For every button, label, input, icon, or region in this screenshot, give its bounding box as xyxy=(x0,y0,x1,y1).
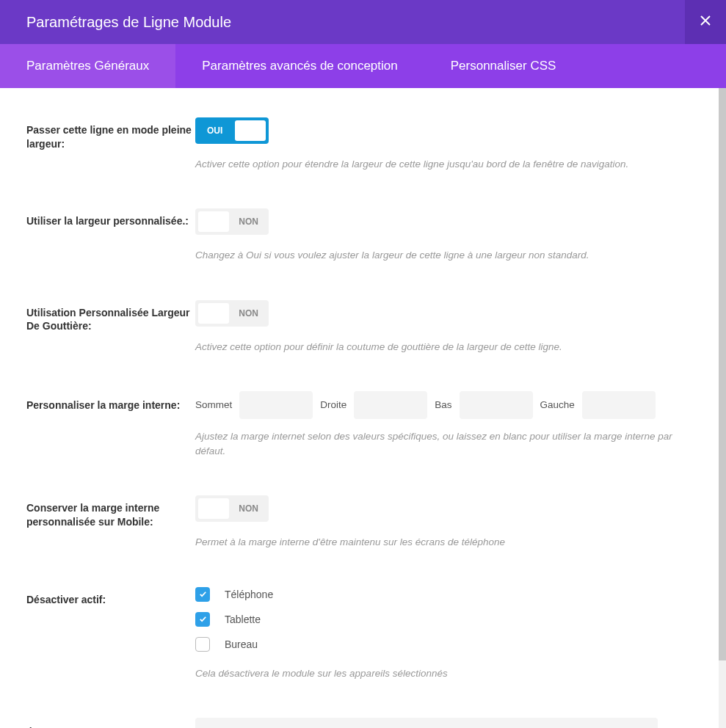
content-area: Passer cette ligne en mode pleine largeu… xyxy=(0,88,726,728)
field-gutter: Utilisation Personnalisée Largeur De Gou… xyxy=(26,300,700,354)
toggle-label-off: NON xyxy=(239,503,258,514)
checkbox-phone[interactable] xyxy=(195,587,210,602)
field-label: Passer cette ligne en mode pleine largeu… xyxy=(26,123,195,151)
padding-left-input[interactable] xyxy=(582,391,656,419)
toggle-label-off: NON xyxy=(239,308,258,318)
padding-top-label: Sommet xyxy=(195,399,232,410)
padding-bottom-group: Bas xyxy=(435,391,532,419)
field-control: Téléphone Tablette Bureau Cela désactive… xyxy=(195,587,700,681)
admin-label-input[interactable] xyxy=(195,718,658,728)
field-label-wrap: Conserver la marge interne personnalisée… xyxy=(26,495,195,550)
toggle-keep-mobile[interactable]: NON xyxy=(195,495,269,522)
checkbox-label: Téléphone xyxy=(225,589,273,600)
field-control: NON Changez à Oui si vous voulez ajuster… xyxy=(195,208,700,263)
field-control xyxy=(195,718,700,728)
scrollbar-thumb[interactable] xyxy=(719,88,726,660)
tab-label: Personnaliser CSS xyxy=(451,59,556,73)
padding-top-group: Sommet xyxy=(195,391,313,419)
check-icon xyxy=(199,588,207,601)
toggle-custom-width[interactable]: NON xyxy=(195,208,269,235)
padding-left-label: Gauche xyxy=(540,399,575,410)
field-control: NON Activez cette option pour définir la… xyxy=(195,300,700,354)
field-desc: Permet à la marge interne d'être mainten… xyxy=(195,535,700,550)
tab-label: Paramètres avancés de conception xyxy=(202,59,398,73)
field-label-wrap: Désactiver actif: xyxy=(26,587,195,681)
field-keep-mobile: Conserver la marge interne personnalisée… xyxy=(26,495,700,550)
field-disable: Désactiver actif: Téléphone Tablette Bur… xyxy=(26,587,700,681)
checkbox-label: Bureau xyxy=(225,638,258,650)
field-control: Sommet Droite Bas Gauche Ajustez la marg… xyxy=(195,391,700,459)
disable-option-tablet-row: Tablette xyxy=(195,612,700,627)
toggle-knob xyxy=(235,120,266,141)
padding-bottom-input[interactable] xyxy=(460,391,533,419)
checkbox-tablet[interactable] xyxy=(195,612,210,627)
field-control: NON Permet à la marge interne d'être mai… xyxy=(195,495,700,550)
field-desc: Activez cette option pour définir la cou… xyxy=(195,340,700,354)
field-desc: Activer cette option pour étendre la lar… xyxy=(195,157,700,172)
field-label-wrap: Passer cette ligne en mode pleine largeu… xyxy=(26,117,195,172)
tab-general[interactable]: Paramètres Généraux xyxy=(0,44,175,88)
field-desc: Cela désactivera le module sur les appar… xyxy=(195,666,700,681)
field-label: Conserver la marge interne personnalisée… xyxy=(26,501,195,529)
field-label: Personnaliser la marge interne: xyxy=(26,398,195,412)
modal-header: Paramétrages de Ligne Module xyxy=(0,0,726,44)
padding-left-group: Gauche xyxy=(540,391,656,419)
toggle-label-off: NON xyxy=(239,216,258,227)
field-label: Utilisation Personnalisée Largeur De Gou… xyxy=(26,306,195,334)
field-label: Désactiver actif: xyxy=(26,593,195,607)
field-fullwidth: Passer cette ligne en mode pleine largeu… xyxy=(26,117,700,172)
toggle-knob xyxy=(198,303,229,324)
field-label-wrap: Utilisation Personnalisée Largeur De Gou… xyxy=(26,300,195,354)
disable-option-desktop-row: Bureau xyxy=(195,637,700,652)
tab-css[interactable]: Personnaliser CSS xyxy=(424,44,583,88)
check-icon xyxy=(199,613,207,626)
tab-label: Paramètres Généraux xyxy=(26,59,149,73)
field-control: OUI Activer cette option pour étendre la… xyxy=(195,117,700,172)
padding-right-input[interactable] xyxy=(354,391,427,419)
toggle-label-on: OUI xyxy=(207,125,222,136)
disable-option-phone-row: Téléphone xyxy=(195,587,700,602)
toggle-knob xyxy=(198,498,229,519)
field-desc: Changez à Oui si vous voulez ajuster la … xyxy=(195,248,700,263)
modal-title: Paramétrages de Ligne Module xyxy=(26,14,231,31)
padding-top-input[interactable] xyxy=(239,391,313,419)
checkbox-label: Tablette xyxy=(225,614,261,625)
padding-right-label: Droite xyxy=(320,399,346,410)
field-custom-width: Utiliser la largeur personnalisée.: NON … xyxy=(26,208,700,263)
toggle-gutter[interactable]: NON xyxy=(195,300,269,327)
close-icon xyxy=(700,15,711,29)
padding-bottom-label: Bas xyxy=(435,399,451,410)
field-label: Utiliser la largeur personnalisée.: xyxy=(26,214,195,228)
checkbox-desktop[interactable] xyxy=(195,637,210,652)
padding-inputs: Sommet Droite Bas Gauche xyxy=(195,391,700,419)
field-padding: Personnaliser la marge interne: Sommet D… xyxy=(26,391,700,459)
padding-right-group: Droite xyxy=(320,391,427,419)
field-label-wrap: Étiquette Admin: xyxy=(26,718,195,728)
field-label-wrap: Personnaliser la marge interne: xyxy=(26,391,195,459)
field-desc: Ajustez la marge internet selon des vale… xyxy=(195,429,700,459)
field-admin-label: Étiquette Admin: xyxy=(26,718,700,728)
tabs: Paramètres Généraux Paramètres avancés d… xyxy=(0,44,726,88)
tab-design[interactable]: Paramètres avancés de conception xyxy=(175,44,424,88)
toggle-fullwidth[interactable]: OUI xyxy=(195,117,269,144)
close-button[interactable] xyxy=(685,0,726,44)
toggle-knob xyxy=(198,211,229,232)
field-label-wrap: Utiliser la largeur personnalisée.: xyxy=(26,208,195,263)
